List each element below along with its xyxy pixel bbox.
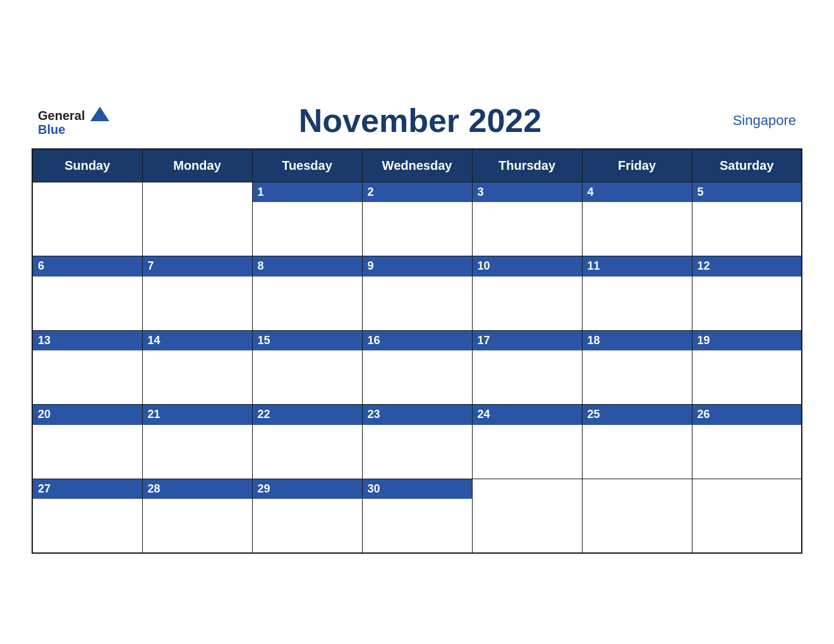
day-content xyxy=(473,202,582,256)
day-number: 29 xyxy=(253,479,362,499)
day-content xyxy=(692,479,802,533)
day-cell xyxy=(473,479,582,552)
table-row: 19 xyxy=(692,330,802,404)
day-content xyxy=(253,499,362,552)
day-cell: 5 xyxy=(692,182,802,256)
table-row: 7 xyxy=(142,256,252,330)
col-wednesday: Wednesday xyxy=(362,149,472,182)
day-number: 5 xyxy=(692,182,802,202)
day-content xyxy=(692,425,802,479)
col-tuesday: Tuesday xyxy=(252,149,362,182)
day-number: 16 xyxy=(363,331,472,350)
table-row xyxy=(142,182,252,256)
day-cell: 25 xyxy=(583,405,692,478)
day-cell: 14 xyxy=(143,331,252,404)
day-content xyxy=(253,350,362,404)
table-row: 11 xyxy=(582,256,692,330)
calendar-week-row: 12345 xyxy=(32,182,802,256)
calendar-week-row: 13141516171819 xyxy=(32,330,802,404)
day-number: 11 xyxy=(583,256,692,276)
day-cell: 2 xyxy=(363,182,472,256)
day-content xyxy=(33,350,142,404)
day-cell: 26 xyxy=(692,405,802,478)
day-content xyxy=(473,277,582,330)
day-content xyxy=(143,350,252,404)
day-cell: 8 xyxy=(253,256,362,330)
day-number: 27 xyxy=(33,479,142,499)
table-row: 12 xyxy=(692,256,802,330)
day-number: 12 xyxy=(692,256,802,276)
day-cell xyxy=(33,182,142,256)
day-number: 15 xyxy=(253,331,362,350)
day-content xyxy=(583,202,692,256)
day-cell: 23 xyxy=(363,405,472,478)
calendar-page: General Blue November 2022 Singapore Sun… xyxy=(32,90,802,554)
day-number: 6 xyxy=(33,256,142,276)
calendar-body: 1234567891011121314151617181920212223242… xyxy=(32,182,802,553)
table-row: 2 xyxy=(362,182,472,256)
col-thursday: Thursday xyxy=(472,149,582,182)
svg-marker-1 xyxy=(90,107,109,121)
day-content xyxy=(143,277,252,330)
day-content xyxy=(253,202,362,256)
day-content xyxy=(253,425,362,479)
logo: General Blue xyxy=(38,104,126,138)
day-content xyxy=(363,499,472,552)
table-row: 1 xyxy=(252,182,362,256)
day-content xyxy=(473,350,582,404)
day-number: 28 xyxy=(143,479,252,499)
day-number: 13 xyxy=(33,331,142,350)
day-content xyxy=(33,499,142,552)
day-number: 25 xyxy=(583,405,692,424)
day-content xyxy=(583,350,692,404)
day-content xyxy=(473,479,582,533)
col-saturday: Saturday xyxy=(692,149,802,182)
day-cell: 6 xyxy=(33,256,142,330)
svg-text:Blue: Blue xyxy=(38,122,65,136)
day-content xyxy=(363,277,472,330)
table-row: 16 xyxy=(362,330,472,404)
day-cell: 18 xyxy=(583,331,692,404)
table-row: 6 xyxy=(32,256,142,330)
day-cell: 22 xyxy=(253,405,362,478)
col-monday: Monday xyxy=(142,149,252,182)
table-row: 20 xyxy=(32,405,142,479)
calendar-table: Sunday Monday Tuesday Wednesday Thursday… xyxy=(32,148,802,554)
table-row xyxy=(472,479,582,553)
day-cell xyxy=(692,479,802,552)
day-cell: 11 xyxy=(583,256,692,330)
day-number: 22 xyxy=(253,405,362,424)
day-number: 21 xyxy=(143,405,252,424)
day-number: 1 xyxy=(253,182,362,202)
col-sunday: Sunday xyxy=(32,149,142,182)
day-number: 14 xyxy=(143,331,252,350)
day-number: 30 xyxy=(363,479,472,499)
day-content xyxy=(692,202,802,256)
table-row: 3 xyxy=(472,182,582,256)
day-content xyxy=(363,350,472,404)
day-number: 9 xyxy=(363,256,472,276)
day-cell: 12 xyxy=(692,256,802,330)
table-row xyxy=(692,479,802,553)
day-cell xyxy=(583,479,692,552)
day-content xyxy=(583,277,692,330)
day-cell: 7 xyxy=(143,256,252,330)
table-row: 13 xyxy=(32,330,142,404)
table-row xyxy=(32,182,142,256)
calendar-week-row: 27282930 xyxy=(32,479,802,553)
day-content xyxy=(363,425,472,479)
day-number: 24 xyxy=(473,405,582,424)
day-cell xyxy=(143,182,252,256)
table-row: 22 xyxy=(252,405,362,479)
generalblue-logo: General Blue xyxy=(38,104,126,138)
table-row: 8 xyxy=(252,256,362,330)
day-content xyxy=(583,479,692,533)
day-content xyxy=(692,277,802,330)
table-row: 9 xyxy=(362,256,472,330)
table-row: 18 xyxy=(582,330,692,404)
table-row: 21 xyxy=(142,405,252,479)
day-cell: 21 xyxy=(143,405,252,478)
table-row: 30 xyxy=(362,479,472,553)
table-row: 5 xyxy=(692,182,802,256)
day-cell: 13 xyxy=(33,331,142,404)
